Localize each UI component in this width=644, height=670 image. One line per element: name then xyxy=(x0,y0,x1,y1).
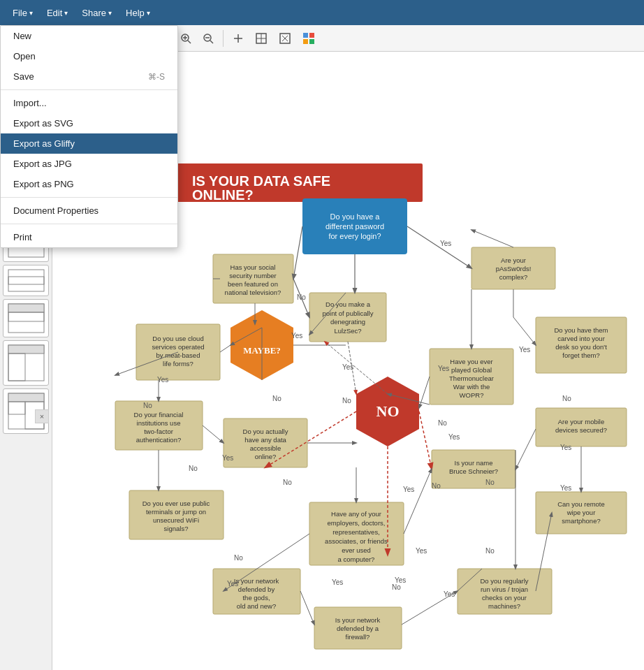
svg-text:No: No xyxy=(283,479,292,486)
svg-text:No: No xyxy=(392,583,401,591)
svg-text:Yes: Yes xyxy=(444,590,455,598)
svg-text:Is your network: Is your network xyxy=(335,616,381,624)
svg-text:Yes: Yes xyxy=(227,580,238,588)
svg-text:Is your network: Is your network xyxy=(234,577,279,585)
svg-text:firewall?: firewall? xyxy=(346,633,370,641)
svg-line-162 xyxy=(220,345,230,352)
svg-text:Yes: Yes xyxy=(332,578,343,586)
svg-text:Yes: Yes xyxy=(291,332,302,340)
svg-text:Yes: Yes xyxy=(416,547,427,555)
svg-rect-21 xyxy=(309,33,314,38)
svg-text:denegrating: denegrating xyxy=(330,318,365,326)
menu-file-arrow: ▾ xyxy=(29,9,33,17)
menu-edit-arrow: ▾ xyxy=(64,9,68,17)
menu-edit-label: Edit xyxy=(47,8,62,18)
svg-text:No: No xyxy=(485,547,495,555)
menu-help-label: Help xyxy=(126,8,145,18)
menubar: File ▾ Edit ▾ Share ▾ Help ▾ xyxy=(0,0,644,25)
svg-text:representatives,: representatives, xyxy=(332,528,380,536)
dropdown-item-export-svg[interactable]: Export as SVG xyxy=(1,113,177,133)
dropdown-separator-11 xyxy=(1,224,177,224)
dropdown-item-doc-props[interactable]: Document Properties xyxy=(1,201,177,221)
grid-btn[interactable] xyxy=(251,29,272,48)
svg-rect-30 xyxy=(8,270,44,291)
sidebar-close-btn[interactable]: × xyxy=(35,409,49,423)
svg-text:defended by a: defended by a xyxy=(337,625,379,632)
shape-panel3[interactable] xyxy=(3,299,49,337)
svg-text:machines?: machines? xyxy=(488,602,520,610)
zoom-in-btn[interactable] xyxy=(176,30,196,47)
svg-text:Do you regularly: Do you regularly xyxy=(480,577,528,585)
svg-text:Do you have a: Do you have a xyxy=(330,212,381,221)
svg-text:Yes: Yes xyxy=(448,433,460,441)
svg-text:checks on your: checks on your xyxy=(482,594,527,602)
svg-line-183 xyxy=(471,230,513,247)
svg-rect-37 xyxy=(8,354,25,381)
dropdown-item-import[interactable]: Import... xyxy=(1,93,177,113)
svg-text:institutions use: institutions use xyxy=(137,419,181,427)
svg-text:IS YOUR DATA SAFE: IS YOUR DATA SAFE xyxy=(192,173,330,189)
dropdown-label-new: New xyxy=(13,31,31,41)
dropdown-label-doc-props: Document Properties xyxy=(13,205,98,216)
svg-text:Yes: Yes xyxy=(403,486,414,493)
svg-text:No: No xyxy=(272,395,281,402)
svg-text:Do you use cloud: Do you use cloud xyxy=(152,335,203,342)
color-btn[interactable] xyxy=(298,29,319,48)
dropdown-label-export-gliffy: Export as Gliffy xyxy=(13,138,75,149)
svg-text:No: No xyxy=(143,402,152,409)
svg-text:Has your social: Has your social xyxy=(230,263,276,271)
menu-edit[interactable]: Edit ▾ xyxy=(40,5,75,21)
dropdown-label-export-png: Export as PNG xyxy=(13,179,74,189)
svg-text:Have any of your: Have any of your xyxy=(331,510,381,518)
dropdown-item-export-png[interactable]: Export as PNG xyxy=(1,174,177,194)
svg-text:authentication?: authentication? xyxy=(136,436,181,444)
dropdown-item-export-gliffy[interactable]: Export as Gliffy xyxy=(1,133,177,154)
svg-text:Do you actually: Do you actually xyxy=(243,428,288,435)
dropdown-item-save[interactable]: Save⌘-S xyxy=(1,66,177,87)
svg-text:the gods,: the gods, xyxy=(242,594,270,602)
svg-text:No: No xyxy=(234,554,243,562)
dropdown-label-export-jpg: Export as JPG xyxy=(13,159,72,169)
menu-file[interactable]: File ▾ xyxy=(6,5,40,21)
svg-text:No: No xyxy=(189,465,198,472)
svg-text:wipe your: wipe your xyxy=(566,509,596,516)
menu-file-label: File xyxy=(13,8,27,18)
svg-line-6 xyxy=(188,41,191,43)
shape-panel4[interactable] xyxy=(3,340,49,386)
svg-text:defended by: defended by xyxy=(238,585,275,593)
svg-text:carved into your: carved into your xyxy=(557,335,605,342)
dropdown-item-new[interactable]: New xyxy=(1,26,177,46)
svg-text:Bruce Schneier?: Bruce Schneier? xyxy=(449,467,498,475)
dropdown-item-print[interactable]: Print xyxy=(1,227,177,247)
dropdown-label-print: Print xyxy=(13,232,32,242)
svg-text:No: No xyxy=(485,479,495,486)
svg-text:services operated: services operated xyxy=(152,343,205,351)
svg-text:employers, doctors,: employers, doctors, xyxy=(328,519,386,527)
svg-text:ONLINE?: ONLINE? xyxy=(192,187,254,203)
svg-text:WOPR?: WOPR? xyxy=(460,391,484,399)
menu-help[interactable]: Help ▾ xyxy=(119,5,157,21)
svg-text:Do you ever use public: Do you ever use public xyxy=(142,500,210,507)
svg-text:War with the: War with the xyxy=(453,383,490,391)
add-btn[interactable] xyxy=(228,30,248,47)
dropdown-item-open[interactable]: Open xyxy=(1,46,177,66)
svg-text:LulzSec?: LulzSec? xyxy=(334,327,361,335)
dropdown-item-export-jpg[interactable]: Export as JPG xyxy=(1,154,177,174)
svg-text:been featured on: been featured on xyxy=(228,280,278,288)
svg-text:No: No xyxy=(342,397,351,405)
svg-rect-40 xyxy=(8,402,25,414)
svg-text:different pasword: different pasword xyxy=(325,222,384,231)
fit-btn[interactable] xyxy=(275,29,295,48)
svg-line-129 xyxy=(407,226,471,268)
svg-text:Yes: Yes xyxy=(519,346,530,354)
svg-text:Are your: Are your xyxy=(501,256,526,264)
svg-text:old and new?: old and new? xyxy=(237,602,277,610)
zoom-out-btn[interactable] xyxy=(198,30,218,47)
svg-rect-36 xyxy=(8,345,44,354)
svg-line-10 xyxy=(210,41,213,43)
menu-share[interactable]: Share ▾ xyxy=(75,5,119,21)
dropdown-label-export-svg: Export as SVG xyxy=(13,118,73,129)
svg-text:Are your mobile: Are your mobile xyxy=(558,418,605,425)
shape-panel2[interactable] xyxy=(3,265,49,296)
svg-text:Do you have them: Do you have them xyxy=(554,326,608,334)
